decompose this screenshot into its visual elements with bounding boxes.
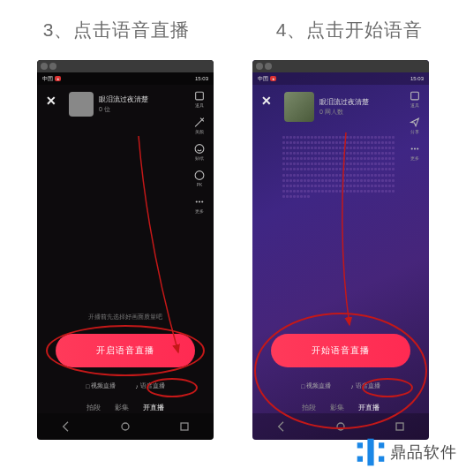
nav-recent-icon[interactable] — [177, 419, 192, 434]
start-voice-live-button[interactable]: 开启语音直播 — [56, 334, 195, 367]
svg-point-3 — [196, 200, 198, 202]
rec-icon: ● — [55, 76, 61, 81]
nav-recent-icon[interactable] — [393, 419, 407, 434]
svg-rect-17 — [379, 442, 384, 448]
pk-icon[interactable]: PK — [191, 170, 208, 187]
host-info[interactable]: 眼泪流过夜清楚 0 位 — [69, 92, 148, 117]
svg-point-6 — [122, 423, 129, 430]
bottom-tabs: 拍段 影集 开直播 — [252, 403, 429, 412]
props-icon[interactable]: 道具 — [191, 90, 208, 108]
svg-point-9 — [411, 147, 413, 149]
host-name: 眼泪流过夜清楚 — [99, 95, 148, 104]
bottom-tabs: 拍段 影集 开直播 — [37, 403, 214, 412]
svg-rect-16 — [367, 439, 373, 466]
sticker-icon[interactable]: 贴纸 — [191, 143, 208, 161]
window-max-icon — [49, 63, 56, 70]
svg-point-5 — [201, 200, 203, 202]
mode-row: □ 视频直播 ♪ 语音直播 — [252, 382, 429, 390]
phone-screenshot-3: 中国 ● 15:03 ✕ 眼泪流过夜清楚 0 位 道具 — [37, 60, 214, 440]
svg-point-1 — [195, 145, 204, 154]
host-info[interactable]: 眼泪流过夜清楚 0 网人数 — [284, 92, 369, 122]
svg-rect-0 — [196, 92, 204, 100]
svg-point-11 — [417, 147, 418, 149]
share-icon[interactable]: 分享 — [406, 117, 424, 134]
side-toolbar: 道具 美颜 贴纸 PK 更多 — [191, 90, 208, 214]
window-max-icon — [265, 63, 272, 70]
more-icon[interactable]: 更多 — [191, 196, 208, 214]
caption-step3: 3、点击语音直播 — [43, 18, 191, 42]
start-voice-live-button[interactable]: 开始语音直播 — [271, 334, 410, 367]
caption-row: 3、点击语音直播 4、点击开始语音 — [0, 0, 466, 53]
avatar — [69, 92, 94, 117]
annotation-arrow — [134, 136, 196, 366]
watermark-text: 鼎品软件 — [390, 442, 457, 463]
tab-album[interactable]: 影集 — [115, 403, 129, 412]
tab-shoot[interactable]: 拍段 — [302, 403, 316, 412]
android-navbar — [37, 413, 214, 440]
host-sub: 0 网人数 — [319, 108, 369, 116]
tab-album[interactable]: 影集 — [330, 403, 344, 412]
props-icon[interactable]: 道具 — [406, 90, 424, 108]
svg-point-12 — [337, 423, 344, 430]
svg-point-10 — [414, 147, 416, 149]
svg-rect-14 — [357, 442, 363, 448]
tab-live[interactable]: 开直播 — [358, 403, 380, 412]
mode-voice[interactable]: ♪ 语音直播 — [135, 382, 165, 390]
svg-rect-18 — [379, 457, 384, 462]
mode-row: □ 视频直播 ♪ 语音直播 — [37, 382, 214, 390]
nav-back-icon[interactable] — [59, 419, 73, 434]
host-sub: 0 位 — [99, 105, 148, 113]
nav-home-icon[interactable] — [334, 419, 348, 434]
close-button[interactable]: ✕ — [261, 94, 272, 108]
hint-text: 开播前先选择好画面质量吧 — [88, 313, 162, 321]
mode-video[interactable]: □ 视频直播 — [86, 382, 116, 390]
rec-icon: ● — [270, 76, 276, 81]
window-min-icon — [256, 63, 263, 70]
svg-point-4 — [199, 200, 200, 202]
carrier-label: 中国 — [42, 75, 53, 83]
watermark: 鼎品软件 — [351, 434, 461, 471]
svg-rect-7 — [181, 423, 188, 430]
clock-label: 15:03 — [195, 76, 208, 81]
voice-seat-grid — [282, 136, 397, 200]
beauty-icon[interactable]: 美颜 — [191, 117, 208, 134]
status-bar: 中国 ● 15:03 — [252, 72, 429, 85]
svg-rect-15 — [357, 457, 363, 462]
host-name: 眼泪流过夜清楚 — [319, 98, 369, 107]
tab-live[interactable]: 开直播 — [143, 403, 164, 412]
window-titlebar — [37, 60, 214, 72]
phone-screenshot-4: 中国 ● 15:03 ✕ 眼泪流过夜清楚 0 网人数 道具 — [252, 60, 429, 440]
side-toolbar: 道具 分享 更多 — [406, 90, 424, 161]
caption-step4: 4、点击开始语音 — [276, 18, 424, 42]
tab-shoot[interactable]: 拍段 — [86, 403, 101, 412]
mode-voice[interactable]: ♪ 语音直播 — [350, 382, 380, 390]
carrier-label: 中国 — [258, 75, 268, 83]
status-bar: 中国 ● 15:03 — [37, 72, 214, 85]
avatar — [284, 92, 314, 122]
svg-point-2 — [195, 171, 204, 180]
svg-rect-13 — [396, 423, 403, 430]
mode-video[interactable]: □ 视频直播 — [301, 382, 331, 390]
svg-rect-8 — [411, 92, 419, 100]
nav-home-icon[interactable] — [118, 419, 132, 434]
more-icon[interactable]: 更多 — [406, 143, 424, 161]
nav-back-icon[interactable] — [274, 419, 289, 434]
close-button[interactable]: ✕ — [46, 94, 56, 108]
clock-label: 15:03 — [410, 76, 424, 81]
window-min-icon — [41, 63, 48, 70]
watermark-logo-icon — [355, 436, 387, 468]
window-titlebar — [252, 60, 429, 72]
